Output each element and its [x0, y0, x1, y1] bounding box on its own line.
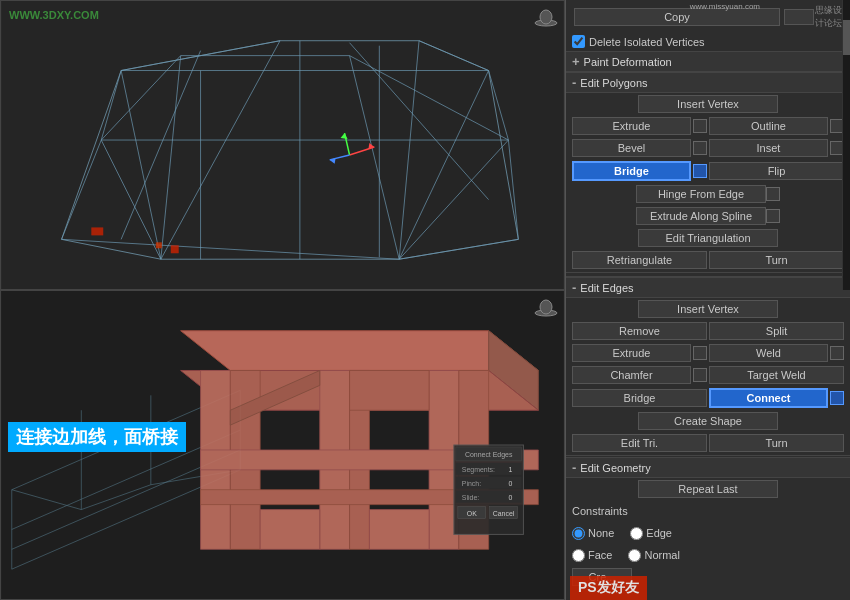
- edit-tri-button[interactable]: Edit Tri.: [572, 434, 707, 452]
- weld-sq[interactable]: [830, 346, 844, 360]
- extrude-spline-row: Extrude Along Spline: [566, 205, 850, 227]
- extrude-bottom-sq[interactable]: [693, 346, 707, 360]
- outline-group: Outline: [709, 117, 844, 135]
- insert-vertex-bottom-row: Insert Vertex: [566, 298, 850, 320]
- bridge-group: Bridge: [572, 161, 707, 181]
- right-scrollbar[interactable]: [842, 0, 850, 290]
- none-label: None: [588, 527, 614, 539]
- chamfer-targetweld-row: Chamfer Target Weld: [566, 364, 850, 386]
- target-weld-group: Target Weld: [709, 366, 844, 384]
- extrude-button[interactable]: Extrude: [572, 117, 691, 135]
- bridge-flip-row: Bridge Flip: [566, 159, 850, 183]
- svg-text:0: 0: [509, 480, 513, 487]
- svg-point-83: [540, 300, 552, 314]
- extrude-outline-row: Extrude Outline: [566, 115, 850, 137]
- repeat-last-button[interactable]: Repeat Last: [638, 480, 778, 498]
- edit-polygons-label: Edit Polygons: [580, 77, 647, 89]
- bridge-button-top[interactable]: Bridge: [572, 161, 691, 181]
- hinge-button[interactable]: Hinge From Edge: [636, 185, 766, 203]
- edit-edges-collapse[interactable]: -: [572, 280, 576, 295]
- insert-vertex-button[interactable]: Insert Vertex: [638, 95, 778, 113]
- inset-button[interactable]: Inset: [709, 139, 828, 157]
- retriangulate-turn-row: Retriangulate Turn: [566, 249, 850, 271]
- paint-deformation-label: Paint Deformation: [584, 56, 672, 68]
- bridge-connect-row: Bridge Connect: [566, 386, 850, 410]
- bridge-bottom-button[interactable]: Bridge: [572, 389, 707, 407]
- viewport-top[interactable]: WWW.3DXY.COM: [0, 0, 565, 290]
- panel-top-section: Copy 思缘设计论坛 Delete Isolated Vertices + P…: [566, 0, 850, 277]
- edit-triangulation-row: Edit Triangulation: [566, 227, 850, 249]
- normal-radio-group: Normal: [628, 549, 679, 562]
- extrude-bottom-group: Extrude: [572, 344, 707, 362]
- watermark-top: WWW.3DXY.COM: [9, 9, 99, 21]
- extrude-bottom-button[interactable]: Extrude: [572, 344, 691, 362]
- extrude-group: Extrude: [572, 117, 707, 135]
- hinge-sq[interactable]: [766, 187, 780, 201]
- delete-isolated-checkbox[interactable]: [572, 35, 585, 48]
- face-radio[interactable]: [572, 549, 585, 562]
- viewport-bottom-hat-icon[interactable]: [534, 297, 558, 317]
- paint-deformation-expand[interactable]: +: [572, 54, 580, 69]
- svg-text:1: 1: [509, 466, 513, 473]
- flip-button[interactable]: Flip: [709, 162, 844, 180]
- edit-polygons-collapse[interactable]: -: [572, 75, 576, 90]
- svg-text:Segments:: Segments:: [462, 466, 495, 474]
- insert-vertex-bottom-button[interactable]: Insert Vertex: [638, 300, 778, 318]
- flip-group: Flip: [709, 161, 844, 181]
- turn-button-top[interactable]: Turn: [709, 251, 844, 269]
- retriangulate-button[interactable]: Retriangulate: [572, 251, 707, 269]
- target-weld-button[interactable]: Target Weld: [709, 366, 844, 384]
- svg-marker-64: [260, 510, 320, 550]
- chamfer-button[interactable]: Chamfer: [572, 366, 691, 384]
- connect-button[interactable]: Connect: [709, 388, 828, 408]
- outline-button[interactable]: Outline: [709, 117, 828, 135]
- svg-text:Slide:: Slide:: [462, 494, 479, 501]
- edge-radio[interactable]: [630, 527, 643, 540]
- normal-radio[interactable]: [628, 549, 641, 562]
- svg-text:Connect Edges: Connect Edges: [465, 451, 513, 459]
- edit-geometry-collapse[interactable]: -: [572, 460, 576, 475]
- split-button[interactable]: Split: [709, 322, 844, 340]
- svg-text:Pinch:: Pinch:: [462, 480, 481, 487]
- copy-sq[interactable]: [784, 9, 814, 25]
- normal-label: Normal: [644, 549, 679, 561]
- create-shape-button[interactable]: Create Shape: [638, 412, 778, 430]
- svg-marker-63: [350, 370, 429, 410]
- svg-text:0: 0: [509, 494, 513, 501]
- face-label: Face: [588, 549, 612, 561]
- viewport-hat-icon[interactable]: [534, 7, 558, 27]
- cn-label: 连接边加线，面桥接: [8, 422, 186, 452]
- svg-rect-36: [156, 242, 162, 248]
- extrude-sq[interactable]: [693, 119, 707, 133]
- inset-group: Inset: [709, 139, 844, 157]
- edit-edges-label: Edit Edges: [580, 282, 633, 294]
- ps-watermark: PS发好友: [570, 576, 647, 600]
- weld-button[interactable]: Weld: [709, 344, 828, 362]
- connect-sq[interactable]: [830, 391, 844, 405]
- bevel-sq[interactable]: [693, 141, 707, 155]
- watermark-right-top: 思缘设计论坛: [814, 4, 844, 30]
- face-radio-group: Face: [572, 549, 612, 562]
- svg-marker-51: [181, 331, 539, 371]
- insert-vertex-row: Insert Vertex: [566, 93, 850, 115]
- svg-rect-34: [91, 227, 103, 235]
- svg-text:OK: OK: [467, 510, 477, 517]
- divider-2: [566, 455, 850, 456]
- scrollbar-thumb[interactable]: [843, 20, 850, 55]
- chamfer-sq[interactable]: [693, 368, 707, 382]
- remove-button[interactable]: Remove: [572, 322, 707, 340]
- panel-bottom-section: - Edit Edges Insert Vertex Remove Split …: [566, 277, 850, 600]
- extrude-spline-sq[interactable]: [766, 209, 780, 223]
- turn-bottom-button[interactable]: Turn: [709, 434, 844, 452]
- delete-isolated-label: Delete Isolated Vertices: [589, 36, 705, 48]
- svg-text:Cancel: Cancel: [493, 510, 515, 517]
- edit-triangulation-button[interactable]: Edit Triangulation: [638, 229, 778, 247]
- divider-1: [566, 272, 850, 273]
- none-radio[interactable]: [572, 527, 585, 540]
- chamfer-group: Chamfer: [572, 366, 707, 384]
- svg-marker-65: [369, 510, 429, 550]
- bridge-sq[interactable]: [693, 164, 707, 178]
- remove-split-row: Remove Split: [566, 320, 850, 342]
- extrude-spline-button[interactable]: Extrude Along Spline: [636, 207, 766, 225]
- bevel-button[interactable]: Bevel: [572, 139, 691, 157]
